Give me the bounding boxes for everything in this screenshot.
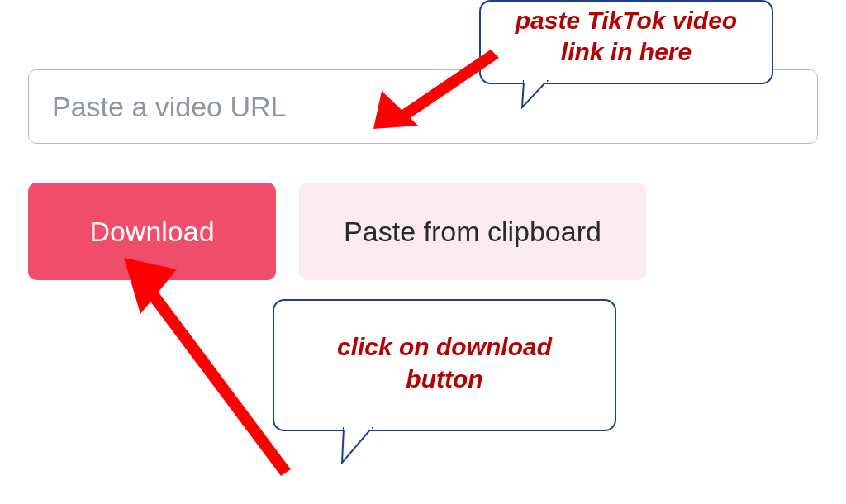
svg-marker-0 (522, 81, 547, 107)
arrow-icon-bottom (107, 246, 297, 494)
annotation-callout-top-tail (517, 79, 554, 109)
annotation-top-text: paste TikTok video link in here (479, 5, 773, 67)
annotation-bottom-line2: button (406, 365, 482, 392)
paste-from-clipboard-button[interactable]: Paste from clipboard (299, 183, 646, 280)
annotation-top-line2: link in here (561, 38, 692, 65)
annotation-bottom-line1: click on download (337, 333, 552, 360)
annotation-callout-bottom-tail (335, 426, 377, 464)
svg-marker-4 (342, 428, 372, 463)
download-button[interactable]: Download (28, 183, 276, 280)
svg-marker-6 (144, 286, 291, 476)
annotation-bottom-text: click on download button (273, 330, 616, 395)
annotation-top-line1: paste TikTok video (516, 7, 737, 34)
